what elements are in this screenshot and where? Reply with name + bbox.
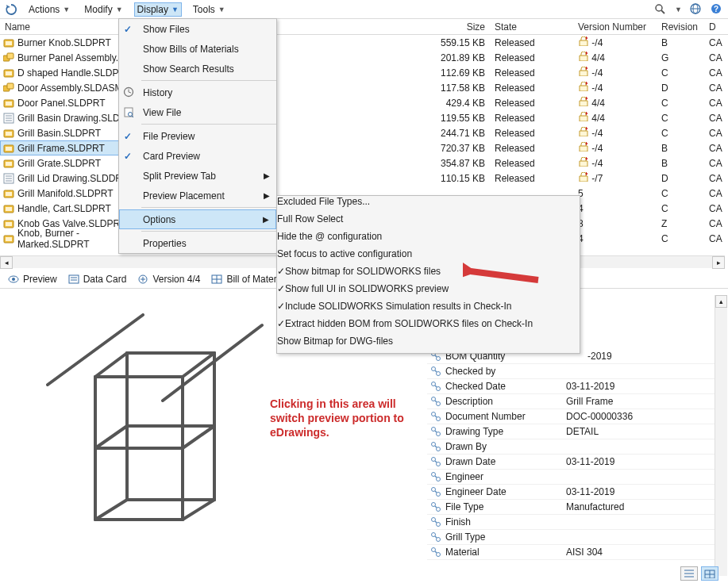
submenu-item-label: Set focus to active configuration: [277, 248, 412, 259]
link-icon: [430, 516, 441, 528]
help-icon[interactable]: [711, 3, 723, 16]
menu-item[interactable]: Show Bills of Materials: [119, 39, 276, 59]
header-version[interactable]: Version Number: [573, 20, 657, 34]
cell-state: Released: [490, 37, 573, 48]
menu-item[interactable]: Show Search Results: [119, 59, 276, 79]
submenu-arrow-icon: ▶: [264, 171, 270, 180]
header-state[interactable]: State: [490, 20, 573, 34]
property-row[interactable]: Engineer Date03-11-2019: [427, 485, 715, 500]
property-row[interactable]: Checked Date03-11-2019: [427, 379, 715, 394]
preview-wireframe-icon[interactable]: [40, 313, 278, 567]
submenu-item-label: Show bitmap for SOLIDWORKS files: [285, 266, 441, 277]
cell-revision: C: [657, 113, 704, 124]
menu-item[interactable]: Split Preview Tab▶: [119, 166, 276, 186]
cell-revision: C: [657, 203, 704, 214]
submenu-arrow-icon: ▶: [263, 215, 269, 224]
view-toggle-buttons: [680, 566, 718, 581]
display-dropdown: ✓Show FilesShow Bills of MaterialsShow S…: [118, 18, 277, 254]
property-row[interactable]: Engineer: [427, 470, 715, 485]
submenu-item[interactable]: Excluded File Types...: [277, 196, 580, 213]
menu-item[interactable]: ✓File Preview: [119, 126, 276, 146]
tab-bill-of-materia[interactable]: Bill of Materia: [211, 274, 284, 285]
file-type-icon: [3, 113, 14, 124]
menu-modify[interactable]: Modify▼: [81, 2, 125, 17]
menu-item[interactable]: ✓Show Files: [119, 19, 276, 39]
menu-item[interactable]: Options▶: [119, 209, 276, 229]
property-label: Drawn By: [445, 441, 487, 452]
menu-item[interactable]: View File: [119, 102, 276, 122]
property-label: Description: [445, 396, 493, 407]
property-row[interactable]: MaterialAISI 304: [427, 545, 715, 560]
link-icon: [430, 531, 441, 543]
grid-icon: [704, 569, 715, 578]
property-value: AISI 304: [566, 547, 715, 558]
lock-icon: [578, 142, 589, 152]
header-d[interactable]: D: [704, 20, 728, 34]
cell-state: Released: [490, 82, 573, 94]
tab-preview[interactable]: Preview: [8, 274, 57, 285]
vertical-scrollbar[interactable]: ▴: [715, 295, 727, 576]
property-row[interactable]: Grill Type: [427, 530, 715, 545]
file-type-icon: [3, 52, 14, 63]
svg-line-46: [95, 426, 127, 448]
header-size[interactable]: Size: [418, 20, 490, 34]
cell-version: -/4: [573, 142, 657, 154]
property-row[interactable]: Drawn By: [427, 439, 715, 455]
property-label: File Type: [445, 501, 483, 512]
cell-version: -/4: [573, 82, 657, 94]
tab-version-[interactable]: Version 4/4: [137, 274, 200, 285]
submenu-item[interactable]: Hide the @ configuration: [277, 231, 580, 248]
cell-version: 5: [573, 188, 657, 199]
property-row[interactable]: Checked by: [427, 364, 715, 379]
cell-version: 4: [573, 203, 657, 214]
property-row[interactable]: Finish: [427, 515, 715, 530]
file-type-icon: [3, 143, 14, 154]
refresh-icon[interactable]: [5, 3, 17, 16]
property-row[interactable]: Document NumberDOC-00000336: [427, 409, 715, 424]
cell-revision: D: [657, 82, 704, 94]
submenu-item[interactable]: Show Bitmap for DWG-files: [277, 336, 580, 353]
file-name: Burner Panel Assembly.S: [17, 52, 125, 63]
property-label: Engineer Date: [445, 486, 507, 497]
submenu-item[interactable]: Full Row Select: [277, 213, 580, 231]
menu-display[interactable]: Display▼: [134, 2, 182, 17]
cell-d: CA: [704, 233, 728, 244]
link-icon: [430, 366, 441, 377]
check-icon: ✓: [277, 283, 285, 294]
tab-data-card[interactable]: Data Card: [68, 274, 127, 285]
check-icon: ✓: [124, 151, 132, 162]
svg-line-53: [163, 325, 262, 401]
globe-icon[interactable]: [690, 3, 703, 16]
property-row[interactable]: Drawn Date03-11-2019: [427, 455, 715, 470]
menu-item[interactable]: Properties: [119, 233, 276, 253]
menu-item[interactable]: History: [119, 82, 276, 102]
scroll-right-button[interactable]: ▸: [712, 256, 725, 269]
property-row[interactable]: DescriptionGrill Frame: [427, 394, 715, 409]
submenu-item[interactable]: ✓Extract hidden BOM from SOLIDWORKS file…: [277, 318, 580, 336]
property-row[interactable]: File TypeManufactured: [427, 500, 715, 515]
view-list-button[interactable]: [680, 566, 698, 581]
menu-tools[interactable]: Tools▼: [190, 2, 229, 17]
cell-revision: D: [657, 173, 704, 184]
view-grid-button[interactable]: [701, 566, 718, 581]
property-row[interactable]: Drawing TypeDETAIL: [427, 424, 715, 439]
lock-icon: [578, 52, 589, 61]
lock-icon: [578, 157, 589, 167]
file-type-icon: [3, 173, 14, 184]
property-value: 03-11-2019: [566, 456, 715, 467]
properties-grid: BOM QuantityChecked byChecked Date03-11-…: [427, 349, 715, 560]
scroll-up-button[interactable]: ▴: [715, 295, 727, 308]
scroll-left-button[interactable]: ◂: [0, 256, 13, 269]
menu-item[interactable]: Preview Placement▶: [119, 186, 276, 205]
cell-size: 559.15 KB: [418, 37, 490, 48]
header-revision[interactable]: Revision: [657, 20, 704, 34]
search-icon[interactable]: [654, 3, 667, 16]
history-icon: [123, 86, 136, 99]
menu-item[interactable]: ✓Card Preview: [119, 146, 276, 166]
menu-actions[interactable]: Actions▼: [25, 2, 73, 17]
lock-icon: [578, 36, 589, 46]
file-name: Grill Frame.SLDPRT: [17, 143, 105, 154]
cell-version: -/4: [573, 157, 657, 169]
check-icon: ✓: [277, 301, 285, 312]
submenu-item[interactable]: ✓Include SOLIDWORKS Simulation results i…: [277, 301, 580, 318]
